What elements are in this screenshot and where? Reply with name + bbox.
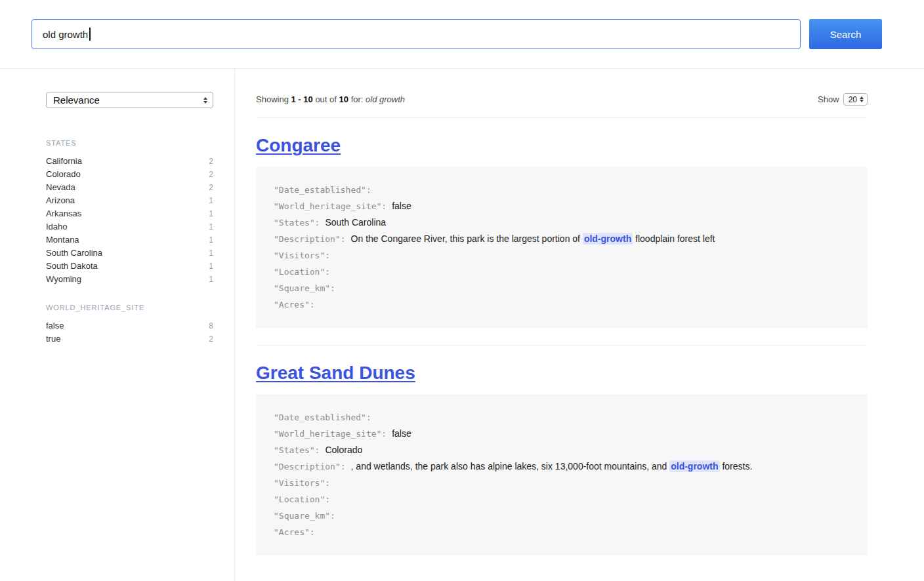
field-value: On the Congaree River, this park is the … — [351, 233, 715, 245]
field-row: "Acres": — [274, 296, 850, 313]
facet-option-count: 1 — [209, 221, 213, 233]
page-size-control: Show 20 — [818, 93, 868, 106]
facet-option[interactable]: true2 — [46, 332, 213, 346]
field-row: "Location": — [274, 491, 850, 508]
facet-option-count: 2 — [209, 155, 213, 168]
field-key: "Date_established": — [274, 412, 371, 422]
facet-option-label: false — [46, 319, 64, 332]
facet-option[interactable]: South Carolina1 — [46, 247, 213, 260]
facet-option[interactable]: Arizona1 — [46, 194, 213, 207]
field-value: , and wetlands, the park also has alpine… — [351, 460, 753, 472]
facet-option-count: 1 — [209, 260, 213, 273]
facet-option-label: Nevada — [46, 181, 75, 193]
search-input-wrap — [32, 19, 801, 49]
search-input[interactable] — [32, 19, 801, 49]
field-value: false — [392, 428, 411, 439]
facet-title: STATES — [46, 139, 213, 147]
facet-option[interactable]: Colorado2 — [46, 168, 213, 181]
facet-option-count: 1 — [209, 208, 213, 220]
result-total: 10 — [339, 94, 348, 104]
field-key: "Location": — [274, 494, 330, 504]
field-row: "Visitors": — [274, 475, 850, 491]
facet-option-label: Arizona — [46, 194, 75, 207]
facet-option-count: 1 — [209, 234, 213, 247]
facet-option-count: 1 — [209, 247, 213, 260]
field-key: "Description": — [274, 462, 346, 471]
field-row: "Description":On the Congaree River, thi… — [274, 231, 850, 247]
search-header: Search — [0, 0, 924, 69]
facet-group: STATESCalifornia2Colorado2Nevada2Arizona… — [46, 139, 213, 286]
select-stepper-icon — [203, 97, 207, 104]
facet-option[interactable]: South Dakota1 — [46, 260, 213, 273]
field-key: "World_heritage_site": — [274, 429, 387, 439]
field-row: "Acres": — [274, 524, 850, 540]
select-stepper-icon — [860, 96, 864, 102]
out-of-label: out of — [315, 94, 337, 104]
search-result: Congaree"Date_established":"World_herita… — [256, 118, 868, 328]
field-row: "Date_established": — [274, 409, 850, 426]
facet-option[interactable]: Montana1 — [46, 233, 213, 247]
results-pane: Showing 1 - 10 out of 10 for: old growth… — [256, 69, 868, 572]
field-row: "World_heritage_site":false — [274, 426, 850, 442]
facet-option[interactable]: Wyoming1 — [46, 273, 213, 286]
for-label: for: — [351, 94, 364, 104]
facet-option-label: Idaho — [46, 220, 68, 233]
field-row: "Date_established": — [274, 182, 850, 198]
facet-option[interactable]: Idaho1 — [46, 220, 213, 233]
field-row: "Description":, and wetlands, the park a… — [274, 458, 850, 475]
field-row: "World_heritage_site":false — [274, 198, 850, 214]
facet-option[interactable]: Nevada2 — [46, 181, 213, 194]
facet-option[interactable]: Arkansas1 — [46, 207, 213, 220]
field-row: "Visitors": — [274, 247, 850, 264]
search-result: Great Sand Dunes"Date_established":"Worl… — [256, 346, 868, 555]
facet-option-label: Arkansas — [46, 207, 81, 220]
field-key: "States": — [274, 445, 320, 455]
facet-title: WORLD_HERITAGE_SITE — [46, 304, 213, 311]
search-term-highlight: old-growth — [669, 460, 719, 472]
results-summary: Showing 1 - 10 out of 10 for: old growth — [256, 94, 405, 104]
field-key: "Square_km": — [274, 283, 335, 293]
show-label: Show — [818, 94, 839, 104]
facet-option-count: 8 — [209, 320, 213, 332]
field-value: Colorado — [325, 445, 362, 455]
result-json-card: "Date_established":"World_heritage_site"… — [256, 167, 868, 328]
facet-option[interactable]: California2 — [46, 155, 213, 168]
page-size-select[interactable]: 20 — [843, 93, 868, 106]
sort-select-value: Relevance — [53, 94, 100, 106]
search-button[interactable]: Search — [809, 19, 882, 49]
facet-option-label: California — [46, 155, 82, 167]
facet-option-label: Colorado — [46, 168, 81, 180]
field-row: "Square_km": — [274, 508, 850, 524]
page-size-value: 20 — [849, 95, 857, 104]
result-range: 1 - 10 — [291, 94, 313, 104]
field-key: "World_heritage_site": — [274, 201, 387, 211]
search-term-highlight: old-growth — [583, 233, 633, 245]
facet-option[interactable]: false8 — [46, 319, 213, 332]
field-key: "Square_km": — [274, 511, 335, 521]
query-echo: old growth — [366, 94, 405, 104]
facet-option-label: Montana — [46, 233, 79, 246]
field-key: "Visitors": — [274, 250, 330, 260]
facet-option-count: 1 — [209, 273, 213, 286]
facet-option-label: South Dakota — [46, 260, 98, 272]
sidebar: Relevance STATESCalifornia2Colorado2Neva… — [46, 92, 213, 346]
facet-option-label: Wyoming — [46, 273, 81, 285]
sort-select[interactable]: Relevance — [46, 92, 213, 108]
field-key: "Acres": — [274, 527, 315, 537]
field-key: "Location": — [274, 267, 330, 277]
field-row: "Location": — [274, 264, 850, 280]
facet-option-label: true — [46, 332, 60, 345]
text-caret — [89, 28, 91, 41]
results-meta: Showing 1 - 10 out of 10 for: old growth… — [256, 69, 868, 106]
facet-option-count: 2 — [209, 333, 213, 346]
showing-label: Showing — [256, 94, 289, 104]
results-list: Congaree"Date_established":"World_herita… — [256, 117, 868, 555]
result-title-link[interactable]: Great Sand Dunes — [256, 363, 415, 384]
field-value: South Carolina — [325, 217, 386, 228]
field-key: "States": — [274, 218, 320, 228]
sidebar-divider — [234, 69, 235, 581]
facet-option-count: 2 — [209, 182, 213, 194]
field-key: "Visitors": — [274, 478, 330, 488]
field-value: false — [392, 201, 411, 211]
result-title-link[interactable]: Congaree — [256, 135, 341, 156]
